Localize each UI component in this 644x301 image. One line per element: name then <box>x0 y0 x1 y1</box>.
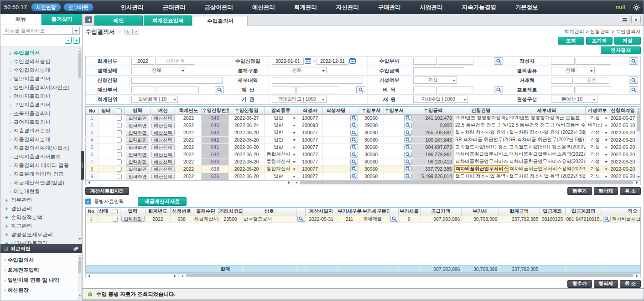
recent-item[interactable]: ›회계전표입력 <box>0 265 82 275</box>
filter-select[interactable]: 기성 <box>413 77 457 84</box>
search-lookup-button[interactable] <box>350 152 358 158</box>
search-lookup-button[interactable] <box>603 216 611 222</box>
top-menu-item[interactable]: 구매관리 <box>378 4 401 11</box>
budget-select-button[interactable]: 예산선택 <box>151 144 175 150</box>
row-checkbox[interactable] <box>117 116 122 121</box>
search-lookup-button[interactable] <box>215 86 224 93</box>
search-lookup-button[interactable] <box>404 137 412 143</box>
sidebar-group[interactable]: +장부관리 <box>0 196 82 204</box>
input-screen-button[interactable]: 입력화면 <box>126 152 149 158</box>
budget-select-button[interactable]: 예산선택 <box>151 137 175 143</box>
budget-select-button[interactable]: 예산선택 <box>151 166 175 172</box>
sidebar-group[interactable]: +경영정보재무관리 <box>0 230 82 239</box>
row-add-button[interactable]: 행추가 <box>567 280 592 288</box>
filter-input[interactable] <box>413 87 437 93</box>
selected-row[interactable]: 8입력화면예산선택20226382022-06-20통합계산서100077300… <box>86 165 637 173</box>
select-all-checkbox[interactable] <box>117 108 122 113</box>
calendar-icon[interactable] <box>349 58 357 65</box>
sidebar-group[interactable]: +결산관리 <box>0 204 82 213</box>
filter-input[interactable] <box>413 58 437 65</box>
table-row[interactable]: 6입력화면예산선택20226402022-06-20통합계산서100077300… <box>86 151 637 158</box>
calendar-icon[interactable] <box>305 58 312 65</box>
recent-item[interactable]: ›수입결의서 <box>0 255 82 265</box>
resolution-type-select[interactable]: 일반 <box>265 143 297 151</box>
search-lookup-button[interactable] <box>350 166 358 172</box>
sidebar-item[interactable]: ›지출결의서분개 <box>0 135 82 144</box>
e-approval-button[interactable]: 전자결재 <box>601 46 641 54</box>
filter-select[interactable]: 코레일테크 | 1000 <box>272 96 327 103</box>
budget-select-button[interactable]: 예산선택 <box>151 130 175 136</box>
filter-input[interactable] <box>438 58 473 65</box>
recent-scrollbar[interactable] <box>78 255 82 299</box>
resolution-type-select[interactable]: 일반 <box>265 122 297 129</box>
search-lookup-button[interactable] <box>350 173 358 179</box>
search-lookup-button[interactable] <box>404 122 412 128</box>
sidebar-item[interactable]: ›여비지출결의서 <box>0 92 82 101</box>
row-checkbox[interactable] <box>117 167 122 172</box>
tree-scrollbar[interactable] <box>78 48 82 242</box>
sidebar-item[interactable]: ›일반지출결의서 <box>0 75 82 83</box>
favorite-star-icon[interactable]: ☆ <box>118 29 123 35</box>
input-screen-button[interactable]: 입력화면 <box>126 122 149 128</box>
resolution-type-select[interactable]: 통합계산서 <box>265 158 297 165</box>
progress-select[interactable]: 비기성 <box>586 122 609 129</box>
sidebar-group[interactable]: +자금관리 <box>0 222 82 230</box>
sidebar-tab-menu[interactable]: 메뉴 <box>0 14 42 25</box>
filter-input[interactable] <box>551 58 575 65</box>
input-screen-button[interactable]: 입력화면 <box>126 173 149 179</box>
refresh-icon[interactable]: ↻ <box>125 29 131 35</box>
sidebar-item[interactable]: ›미분개현황 <box>0 187 82 196</box>
top-menu-item[interactable]: 인사관리 <box>121 4 144 11</box>
horizontal-scrollbar[interactable] <box>85 273 641 278</box>
sidebar-item[interactable]: ›수입결의서분개 <box>0 66 82 75</box>
recent-item[interactable]: ›예산원장 <box>0 285 82 295</box>
tab-scroll-left-icon[interactable] <box>85 16 92 23</box>
search-lookup-button[interactable] <box>629 77 638 84</box>
sidebar-item[interactable]: ›지출결의서분개(사업소) <box>0 144 82 153</box>
row-add-button[interactable]: 행추가 <box>567 187 592 195</box>
clear-recent-icon[interactable] <box>73 246 79 251</box>
resolution-type-select[interactable]: 일반 <box>265 129 297 136</box>
top-menu-item[interactable]: 지속가능경영 <box>462 4 496 11</box>
search-lookup-button[interactable] <box>404 159 412 165</box>
filter-input[interactable] <box>576 58 611 65</box>
tab-수입결의서[interactable]: 수입결의서 <box>193 16 248 26</box>
row-checkbox[interactable] <box>117 145 122 150</box>
filter-select[interactable]: 본예산 10 <box>551 96 597 103</box>
sidebar-item[interactable]: ›일반지출결의서(사업소) <box>0 83 82 92</box>
tax-invoice-button[interactable]: 세금계산서자료 <box>138 197 187 206</box>
search-dropdown-button[interactable] <box>72 27 80 35</box>
search-lookup-button[interactable] <box>629 57 638 65</box>
search-lookup-button[interactable] <box>350 122 358 128</box>
vertical-scrollbar[interactable] <box>636 106 641 180</box>
table-row[interactable]: 1입력화면예산선택20226492022-06-27일반100077300602… <box>86 114 637 122</box>
filter-input[interactable] <box>272 87 296 93</box>
invoice-merge-button[interactable]: 계산서통합처리 <box>85 187 129 195</box>
table-row[interactable]: 9입력화면예산선택20226362022-06-20일반100077300605… <box>86 173 637 180</box>
search-lookup-button[interactable] <box>390 216 398 222</box>
sidebar-item[interactable]: ›지출결의서 데이터 검증 <box>0 161 82 170</box>
filter-input[interactable] <box>551 87 575 93</box>
sidebar-item[interactable]: ›세금계산서연결(일괄) <box>0 179 82 187</box>
filter-input[interactable] <box>131 77 223 84</box>
top-menu-item[interactable]: 근태관리 <box>163 4 186 11</box>
budget-select-button[interactable]: 예산선택 <box>151 122 175 128</box>
gear-icon[interactable] <box>633 4 640 11</box>
progress-select[interactable]: 기성 <box>586 114 609 122</box>
budget-select-button[interactable]: 예산선택 <box>151 173 175 179</box>
table-row[interactable]: 2입력화면예산선택20226462022-06-24일반200098290008… <box>86 122 637 129</box>
progress-select[interactable]: 기성 <box>586 165 609 173</box>
search-lookup-button[interactable] <box>404 166 412 172</box>
input-screen-button[interactable]: 입력화면 <box>121 216 145 222</box>
search-lookup-button[interactable] <box>350 137 358 143</box>
filter-input[interactable] <box>574 77 609 84</box>
cancel-button[interactable]: 취 소 <box>620 187 641 195</box>
progress-select[interactable]: 기성 <box>586 143 609 151</box>
table-row[interactable]: 5입력화면예산선택20226412022-06-20일반100077300606… <box>86 143 637 151</box>
query-button[interactable]: 조회 <box>558 37 584 45</box>
row-checkbox[interactable] <box>117 123 122 128</box>
filter-input[interactable] <box>272 58 304 65</box>
input-screen-button[interactable]: 입력화면 <box>126 159 149 165</box>
filter-input[interactable] <box>551 77 573 84</box>
sidebar-item[interactable]: ›지출분개 데이터 검증 <box>0 170 82 179</box>
